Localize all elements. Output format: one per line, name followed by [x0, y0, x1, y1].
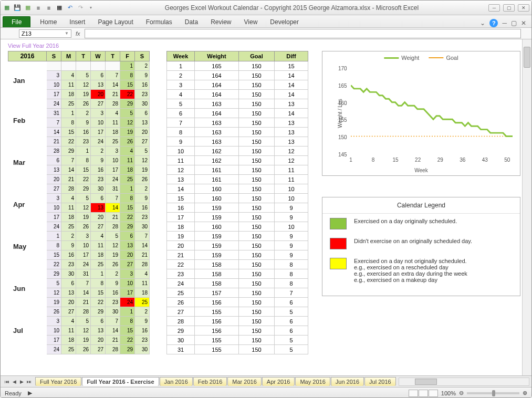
- calendar-cell[interactable]: 23: [91, 175, 106, 184]
- calendar-cell[interactable]: 8: [91, 279, 106, 288]
- file-tab[interactable]: File: [3, 16, 30, 27]
- calendar-cell[interactable]: 20: [91, 336, 106, 345]
- calendar-cell[interactable]: 19: [120, 128, 135, 137]
- calendar-cell[interactable]: 21: [47, 137, 61, 146]
- zoom-slider[interactable]: [467, 392, 519, 394]
- grid-icon[interactable]: ▦: [24, 4, 32, 12]
- day-head[interactable]: T: [106, 51, 120, 61]
- calendar-cell[interactable]: 20: [135, 128, 150, 137]
- week-cell[interactable]: 156: [195, 298, 239, 307]
- calendar-cell[interactable]: 16: [106, 288, 120, 298]
- week-cell[interactable]: 164: [195, 109, 239, 118]
- calendar-cell[interactable]: 23: [106, 298, 120, 307]
- calendar-cell[interactable]: 23: [135, 90, 150, 99]
- calendar-cell[interactable]: 16: [135, 203, 150, 213]
- week-cell[interactable]: 156: [195, 317, 239, 326]
- calendar-cell[interactable]: 18: [61, 213, 76, 222]
- week-cell[interactable]: 163: [195, 99, 239, 109]
- week-cell[interactable]: 6: [166, 109, 195, 118]
- calendar-cell[interactable]: 21: [61, 175, 76, 184]
- calendar-cell[interactable]: 5: [135, 146, 150, 156]
- week-header-cell[interactable]: Diff: [275, 51, 308, 61]
- calendar-cell[interactable]: 21: [135, 250, 150, 260]
- calendar-cell[interactable]: 22: [91, 298, 106, 307]
- calendar-cell[interactable]: 7: [47, 118, 61, 128]
- sheet-tab[interactable]: Full Year 2016: [35, 377, 81, 386]
- calendar-cell[interactable]: 6: [91, 71, 106, 80]
- calendar-cell[interactable]: 13: [91, 203, 106, 213]
- week-cell[interactable]: 25: [166, 288, 195, 298]
- calendar-cell[interactable]: 29: [120, 345, 135, 354]
- calendar-cell[interactable]: 29: [61, 146, 76, 156]
- calendar-cell[interactable]: 4: [61, 317, 76, 326]
- month-label[interactable]: Jan: [8, 61, 47, 99]
- calendar-cell[interactable]: 21: [106, 90, 120, 99]
- help-icon[interactable]: ?: [489, 19, 498, 27]
- week-cell[interactable]: 12: [166, 165, 195, 175]
- calendar-cell[interactable]: 12: [76, 326, 91, 336]
- view-full-year-link[interactable]: View Full Year 2016: [8, 43, 59, 49]
- week-cell[interactable]: 150: [239, 298, 275, 307]
- calendar-cell[interactable]: 6: [91, 194, 106, 203]
- calendar-cell[interactable]: 29: [120, 222, 135, 232]
- calendar-cell[interactable]: 27: [120, 260, 135, 269]
- calendar-cell[interactable]: 20: [47, 175, 61, 184]
- calendar-cell[interactable]: 8: [120, 71, 135, 80]
- calendar-cell[interactable]: 28: [47, 146, 61, 156]
- calendar-cell[interactable]: 28: [76, 307, 91, 317]
- calendar-cell[interactable]: 20: [91, 90, 106, 99]
- calendar-cell[interactable]: 15: [76, 165, 91, 175]
- calendar-cell[interactable]: 10: [120, 279, 135, 288]
- week-cell[interactable]: 150: [239, 156, 275, 165]
- calendar-cell[interactable]: 18: [61, 336, 76, 345]
- calendar-cell[interactable]: 11: [120, 156, 135, 165]
- calendar-cell[interactable]: 13: [91, 326, 106, 336]
- sheet-tab[interactable]: Jul 2016: [364, 377, 396, 386]
- calendar-cell[interactable]: 25: [120, 175, 135, 184]
- week-cell[interactable]: 150: [239, 109, 275, 118]
- week-cell[interactable]: 9: [275, 250, 308, 260]
- week-cell[interactable]: 150: [239, 80, 275, 90]
- calendar-cell[interactable]: 14: [135, 241, 150, 250]
- week-cell[interactable]: 5: [275, 336, 308, 345]
- calendar-cell[interactable]: 18: [120, 165, 135, 175]
- calendar-cell[interactable]: 16: [91, 165, 106, 175]
- calendar-cell[interactable]: 6: [120, 232, 135, 241]
- calendar-cell[interactable]: [76, 61, 91, 71]
- calendar-cell[interactable]: 12: [135, 156, 150, 165]
- calendar-cell[interactable]: 12: [76, 80, 91, 90]
- week-cell[interactable]: 18: [166, 222, 195, 232]
- calendar-cell[interactable]: 16: [135, 326, 150, 336]
- calendar-cell[interactable]: 1: [120, 307, 135, 317]
- week-cell[interactable]: 161: [195, 175, 239, 184]
- calendar-cell[interactable]: 31: [106, 184, 120, 194]
- week-cell[interactable]: 150: [239, 288, 275, 298]
- week-cell[interactable]: 150: [239, 194, 275, 203]
- calendar-cell[interactable]: 17: [120, 288, 135, 298]
- macro-record-icon[interactable]: ▶: [28, 390, 32, 396]
- calendar-cell[interactable]: 16: [76, 128, 91, 137]
- week-cell[interactable]: 155: [195, 336, 239, 345]
- calendar-cell[interactable]: 23: [135, 336, 150, 345]
- month-label[interactable]: Apr: [8, 183, 47, 225]
- calendar-cell[interactable]: 1: [47, 232, 61, 241]
- calendar-cell[interactable]: 2: [91, 146, 106, 156]
- week-cell[interactable]: 158: [195, 269, 239, 279]
- calendar-cell[interactable]: 27: [91, 99, 106, 109]
- calendar-icon[interactable]: ▦: [55, 4, 64, 12]
- day-head[interactable]: F: [120, 51, 135, 61]
- day-head[interactable]: S: [47, 51, 61, 61]
- calendar-cell[interactable]: 13: [91, 80, 106, 90]
- week-cell[interactable]: 150: [239, 213, 275, 222]
- calendar-cell[interactable]: 9: [76, 118, 91, 128]
- calendar-cell[interactable]: 30: [135, 345, 150, 354]
- week-cell[interactable]: 9: [166, 137, 195, 146]
- calendar-cell[interactable]: 11: [91, 241, 106, 250]
- calendar-cell[interactable]: 17: [47, 213, 61, 222]
- calendar-cell[interactable]: 4: [106, 109, 120, 118]
- calendar-cell[interactable]: [47, 61, 61, 71]
- week-cell[interactable]: 10: [275, 222, 308, 232]
- calendar-cell[interactable]: 27: [135, 137, 150, 146]
- week-cell[interactable]: 11: [275, 175, 308, 184]
- calendar-cell[interactable]: 15: [120, 203, 135, 213]
